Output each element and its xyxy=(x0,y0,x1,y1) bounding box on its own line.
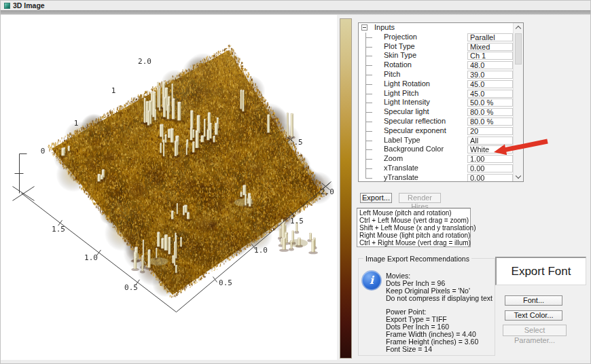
app-icon xyxy=(4,3,10,9)
height-colorbar xyxy=(340,18,352,359)
axis-tick-label: 1 xyxy=(74,119,79,128)
property-label: yTranslate xyxy=(384,173,418,182)
property-label: Projection xyxy=(384,33,417,42)
axis-tick-label: .5 xyxy=(293,138,302,147)
property-grid: Inputs ProjectionParallelPlot TypeMixedS… xyxy=(358,22,524,182)
axis-tick-label: 0 xyxy=(41,147,46,156)
property-value-field[interactable]: 50.0 % xyxy=(467,98,513,107)
property-value-field[interactable]: 39.0 xyxy=(467,71,513,79)
property-row: Light Pitch45.0 xyxy=(359,89,513,98)
export-button[interactable]: Export... xyxy=(360,193,392,203)
export-recommendations-group: Image Export Recommendations i Movies:Do… xyxy=(358,258,495,356)
group-label: Inputs xyxy=(374,23,395,33)
property-label: Specular light xyxy=(384,107,429,117)
axis-tick-label: 0.5 xyxy=(219,278,232,287)
mouse-help-box: Left Mouse (pitch and rotation)Ctrl + Le… xyxy=(357,208,471,247)
info-icon: i xyxy=(362,271,381,290)
property-row: Specular reflection80.0 % xyxy=(359,117,513,126)
property-group-header: Inputs xyxy=(359,23,513,33)
property-row: Label TypeAll xyxy=(359,136,513,145)
property-value-field[interactable]: Ch 1 xyxy=(467,52,513,60)
axis-tick-label: 2.0 xyxy=(138,57,151,66)
property-row: Plot TypeMixed xyxy=(359,42,513,52)
property-value-field[interactable]: Parallel xyxy=(467,33,513,41)
tree-branch-icon xyxy=(365,159,372,160)
property-value-field[interactable]: 45.0 xyxy=(467,80,513,88)
axis-tick-label: 1 xyxy=(111,86,116,95)
select-parameter-button[interactable]: Select Parameter... xyxy=(503,325,567,336)
render-hires-button[interactable]: Render Hires xyxy=(399,193,441,203)
property-label: Rotation xyxy=(384,60,412,70)
axis-tick-label: 1.5 xyxy=(52,225,65,234)
property-row: Light Intensity50.0 % xyxy=(359,98,513,107)
property-value-field[interactable]: 80.0 % xyxy=(467,117,513,126)
title-divider xyxy=(1,10,591,15)
property-value-field[interactable]: All xyxy=(467,136,513,145)
property-value-field[interactable]: 0.00 xyxy=(467,174,513,182)
surface-3d-view[interactable] xyxy=(1,15,337,364)
property-value-field[interactable]: Mixed xyxy=(467,43,513,51)
property-value-field[interactable]: 80.0 % xyxy=(467,108,513,116)
tree-branch-icon xyxy=(365,56,372,56)
tree-branch-icon xyxy=(365,149,372,150)
axis-tick-label: 0.5 xyxy=(124,283,138,292)
scroll-up-icon[interactable] xyxy=(516,26,521,31)
property-value-field[interactable]: White xyxy=(467,145,513,153)
property-row: yTranslate0.00 xyxy=(359,173,513,182)
window-title: 3D Image xyxy=(13,1,45,10)
property-label: Pitch xyxy=(384,70,400,79)
property-label: Light Pitch xyxy=(384,89,418,98)
property-value-field[interactable]: 20 xyxy=(467,127,513,135)
property-label: Specular reflection xyxy=(384,117,446,126)
axis-tick-label: 1.0 xyxy=(254,246,268,255)
property-row: Background ColorWhite xyxy=(359,145,513,154)
scrollbar-thumb[interactable] xyxy=(515,33,522,65)
property-row: Rotation48.0 xyxy=(359,60,513,70)
tree-branch-icon xyxy=(365,178,372,179)
property-value-field[interactable]: 1.00 xyxy=(467,155,513,163)
recommendation-line: Font Size = 14 xyxy=(386,346,492,353)
property-value-field[interactable]: 48.0 xyxy=(467,61,513,69)
property-row: Light Rotation45.0 xyxy=(359,79,513,89)
recommendation-line: Do not compress if displaying text xyxy=(386,295,492,302)
tree-branch-icon xyxy=(365,141,372,141)
font-button[interactable]: Font... xyxy=(505,295,562,306)
tree-branch-icon xyxy=(365,47,372,48)
property-label: Light Intensity xyxy=(384,98,430,107)
mouse-help-line: Left Mouse (pitch and rotation) xyxy=(359,209,468,217)
property-label: Skin Type xyxy=(384,51,416,60)
property-row: Pitch39.0 xyxy=(359,70,513,79)
property-row: Skin TypeCh 1 xyxy=(359,51,513,60)
mouse-help-line: Right Mouse (light pitch and rotation) xyxy=(359,232,468,239)
property-label: Light Rotation xyxy=(384,79,430,89)
property-label: Specular exponent xyxy=(384,126,446,136)
scroll-down-icon[interactable] xyxy=(516,173,521,179)
tree-branch-icon xyxy=(365,168,372,169)
property-row: xTranslate0.00 xyxy=(359,164,513,173)
property-label: xTranslate xyxy=(384,164,418,173)
property-value-field[interactable]: 45.0 xyxy=(467,90,513,98)
mouse-help-line: Shift + Left Mouse (x and y translation) xyxy=(359,224,468,232)
tree-branch-icon xyxy=(365,75,372,75)
property-label: Zoom xyxy=(384,154,403,164)
property-row: Specular light80.0 % xyxy=(359,107,513,117)
tree-branch-icon xyxy=(365,131,372,132)
mouse-help-line: Ctrl + Right Mouse (vert drag = illum) xyxy=(359,239,468,247)
tree-branch-icon xyxy=(365,37,372,38)
3d-image-window: 3D Image 2.0110.51.51.00.50.51.01.52.0 I… xyxy=(0,0,591,364)
property-value-field[interactable]: 0.00 xyxy=(467,164,513,172)
recommendation-text: Movies:Dots Per Inch = 96Keep Original P… xyxy=(386,272,492,353)
property-label: Label Type xyxy=(384,136,420,145)
tree-branch-icon xyxy=(365,112,372,113)
collapse-icon[interactable] xyxy=(361,24,368,31)
export-font-preview: Export Font xyxy=(495,257,586,285)
axis-tick-label: 1.0 xyxy=(84,253,98,262)
scrollbar[interactable] xyxy=(513,23,523,181)
property-row: ProjectionParallel xyxy=(359,33,513,42)
surface-plot-pane: 2.0110.51.51.00.50.51.01.52.0 xyxy=(1,15,337,364)
tree-branch-icon xyxy=(365,84,372,85)
tree-branch-icon xyxy=(365,94,372,94)
tree-branch-icon xyxy=(365,65,372,66)
property-label: Background Color xyxy=(384,145,444,154)
text-color-button[interactable]: Text Color... xyxy=(505,310,562,321)
